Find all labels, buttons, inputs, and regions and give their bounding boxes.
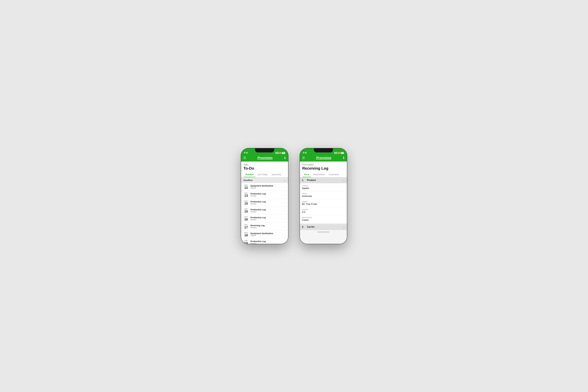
- page-label-left: Tasks: [244, 164, 286, 166]
- task-subname: Review: [250, 211, 281, 213]
- right-phone-screen: 9:41 ▐▐▐ 📶 ▓▓▓ ☰ Provision 1 Form #19032…: [300, 148, 347, 244]
- more-icon[interactable]: ···: [283, 217, 286, 220]
- task-date: NOV 17: [244, 224, 249, 229]
- tab-overdue[interactable]: Overdue: [244, 172, 255, 177]
- more-icon[interactable]: ···: [283, 241, 286, 244]
- task-row[interactable]: NOV 15 Production Log Review ···: [241, 207, 288, 215]
- task-info: Production Log Review: [250, 216, 281, 221]
- tab-due-today[interactable]: Due Today: [256, 172, 269, 177]
- form-header: Form #19032 Receiving Log: [300, 162, 347, 172]
- chevron-down-icon-carrier: ⌄: [343, 226, 345, 228]
- task-info: Production Log Review: [250, 200, 281, 205]
- nav-bar-left: ☰ Provision 1: [241, 155, 288, 162]
- task-day: 15: [244, 210, 249, 213]
- task-day: 18: [244, 234, 249, 237]
- status-time-left: 9:41: [244, 152, 248, 154]
- nav-badge-right: 1: [343, 156, 344, 160]
- field-label-supplier: Supplier: [302, 201, 345, 202]
- page-content-left: Tasks To-Do Overdue Due Today Upcoming D…: [241, 162, 288, 244]
- form-section-2-header[interactable]: 2 Carrier ⌄: [300, 224, 347, 230]
- wifi-icon: 📶: [279, 152, 281, 154]
- task-subname: Review: [250, 242, 281, 244]
- section-number-2: 2: [302, 226, 306, 228]
- section-title-product: Product: [307, 179, 342, 182]
- task-day: 17: [244, 226, 249, 229]
- task-day: 16: [244, 218, 249, 221]
- menu-icon-left[interactable]: ☰: [244, 156, 246, 159]
- task-info: Equipment Sanitization Submit: [250, 232, 281, 237]
- tab-comments[interactable]: Comments: [327, 172, 340, 177]
- more-icon[interactable]: ···: [283, 201, 286, 204]
- task-name: Receiving Log: [250, 224, 281, 227]
- task-subname: Review: [250, 227, 281, 229]
- more-icon[interactable]: ···: [283, 193, 286, 196]
- field-label-variety: Variety: [302, 193, 345, 194]
- task-subname: Review: [250, 195, 281, 197]
- page-title-left: To-Do: [244, 166, 286, 171]
- wifi-icon: 📶: [338, 152, 340, 154]
- field-label-category: Category: [302, 185, 345, 186]
- field-measurement: Measurement Cases: [302, 215, 345, 223]
- menu-icon-right[interactable]: ☰: [302, 156, 305, 159]
- form-section-1-header[interactable]: 1 Product ⌄: [300, 177, 347, 183]
- field-value-measurement: Cases: [302, 219, 345, 221]
- more-icon[interactable]: ···: [283, 233, 286, 236]
- task-subname: Review: [250, 219, 281, 221]
- tab-upcoming[interactable]: Upcoming: [270, 172, 283, 177]
- more-icon[interactable]: ···: [283, 225, 286, 228]
- task-subname: Submit: [250, 234, 281, 237]
- task-name: Production Log: [250, 240, 281, 242]
- field-label-quantity: Quantity: [302, 208, 345, 210]
- task-list: NOV 12 Equipment Sanitization Submit ···…: [241, 183, 288, 244]
- task-row[interactable]: NOV 18 Production Log Review ···: [241, 238, 288, 244]
- chevron-down-icon-product: ⌄: [343, 179, 345, 182]
- chevron-down-icon: ⌄: [284, 179, 286, 182]
- task-row[interactable]: NOV 12 Equipment Sanitization Submit ···: [241, 183, 288, 191]
- tab-bar-left: Overdue Due Today Upcoming: [241, 172, 288, 177]
- task-subname: Review: [250, 203, 281, 205]
- status-time-right: 9:41: [303, 152, 307, 154]
- scene: 9:41 ▐▐▐ 📶 ▓▓▓ ☰ Provision 1 Tasks To-Do: [241, 148, 347, 244]
- tab-attachments[interactable]: Attachments: [312, 172, 326, 177]
- task-row[interactable]: NOV 18 Equipment Sanitization Submit ···: [241, 230, 288, 238]
- field-quantity: Quantity 4.0: [302, 207, 345, 215]
- task-day: 13: [244, 194, 249, 197]
- field-value-category: Apples: [302, 187, 345, 190]
- signal-icon: ▐▐▐: [334, 152, 337, 154]
- field-value-supplier: BC Tree Fruits: [302, 203, 345, 206]
- task-name: Equipment Sanitization: [250, 184, 281, 187]
- phone-notch-right: [314, 148, 333, 152]
- nav-bar-right: ☰ Provision 1: [300, 155, 347, 162]
- left-phone-screen: 9:41 ▐▐▐ 📶 ▓▓▓ ☰ Provision 1 Tasks To-Do: [241, 148, 288, 244]
- task-info: Production Log Review: [250, 208, 281, 213]
- task-info: Production Log Review: [250, 192, 281, 197]
- status-icons-right: ▐▐▐ 📶 ▓▓▓: [334, 152, 344, 154]
- form-section: 1 Product ⌄ Category Apples Variety Ambr…: [300, 177, 347, 244]
- task-day: 18: [244, 242, 249, 244]
- nav-badge-left: 1: [284, 156, 286, 160]
- page-content-right: Form #19032 Receiving Log Form Attachmen…: [300, 162, 347, 244]
- task-row[interactable]: NOV 16 Production Log Review ···: [241, 215, 288, 223]
- task-date: NOV 18: [244, 232, 249, 237]
- task-date: NOV 12: [244, 184, 249, 189]
- field-variety: Variety Ambrosia: [302, 191, 345, 199]
- sort-bar[interactable]: Deadline ⌄: [241, 177, 288, 183]
- more-icon[interactable]: ···: [283, 185, 286, 188]
- left-phone: 9:41 ▐▐▐ 📶 ▓▓▓ ☰ Provision 1 Tasks To-Do: [241, 148, 288, 244]
- task-name: Production Log: [250, 216, 281, 219]
- task-row[interactable]: NOV 13 Production Log Review ···: [241, 191, 288, 199]
- task-day: 12: [244, 186, 249, 189]
- task-date: NOV 15: [244, 200, 249, 205]
- task-name: Production Log: [250, 200, 281, 203]
- task-row[interactable]: NOV 15 Production Log Review ···: [241, 199, 288, 207]
- app-title-left: Provision: [258, 156, 272, 160]
- task-row[interactable]: NOV 17 Receiving Log Review ···: [241, 223, 288, 230]
- more-icon[interactable]: ···: [283, 209, 286, 212]
- task-date: NOV 18: [244, 240, 249, 244]
- tab-form[interactable]: Form: [302, 172, 311, 177]
- task-name: Equipment Sanitization: [250, 232, 281, 234]
- form-scroll-indicator: [318, 232, 329, 232]
- field-category: Category Apples: [302, 183, 345, 191]
- section-title-carrier: Carrier: [307, 226, 342, 228]
- form-scroll-area: [300, 230, 347, 234]
